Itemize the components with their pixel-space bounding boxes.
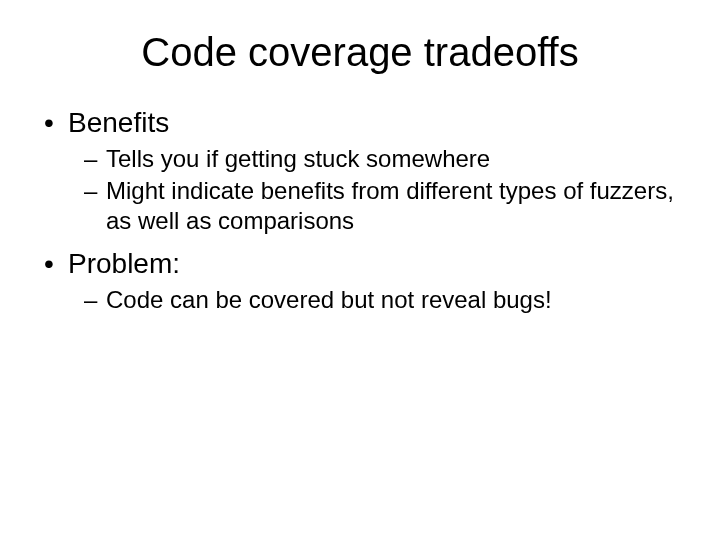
slide-title: Code coverage tradeoffs bbox=[0, 30, 720, 75]
bullet-list: Benefits Tells you if getting stuck some… bbox=[0, 105, 720, 315]
slide: Code coverage tradeoffs Benefits Tells y… bbox=[0, 0, 720, 540]
list-item-heading: Problem: bbox=[68, 248, 180, 279]
sub-list-item: Might indicate benefits from different t… bbox=[106, 176, 680, 236]
list-item: Problem: Code can be covered but not rev… bbox=[68, 246, 680, 315]
sub-list-item: Code can be covered but not reveal bugs! bbox=[106, 285, 680, 315]
sub-list: Tells you if getting stuck somewhere Mig… bbox=[68, 144, 680, 236]
sub-list-item: Tells you if getting stuck somewhere bbox=[106, 144, 680, 174]
sub-list: Code can be covered but not reveal bugs! bbox=[68, 285, 680, 315]
list-item-heading: Benefits bbox=[68, 107, 169, 138]
list-item: Benefits Tells you if getting stuck some… bbox=[68, 105, 680, 236]
